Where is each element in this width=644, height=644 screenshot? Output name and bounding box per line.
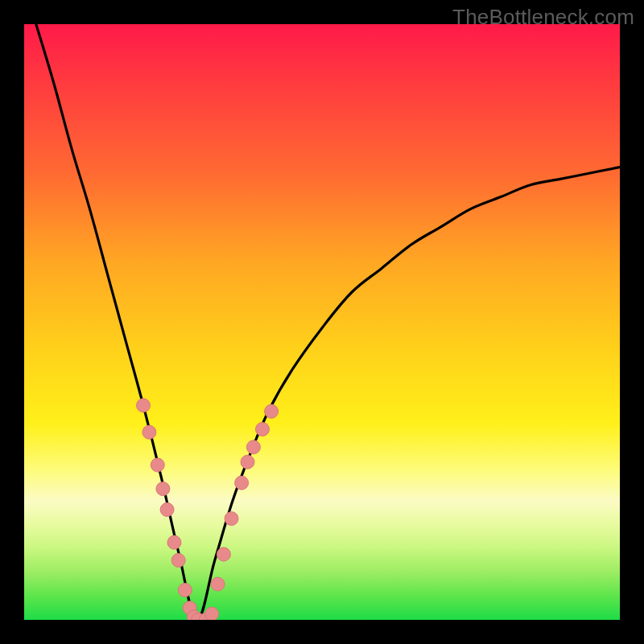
curve-marker [235,476,249,489]
curve-marker [225,512,238,526]
chart-svg [24,24,620,620]
bottleneck-curve [36,24,620,620]
curve-marker [142,425,156,439]
curve-marker [246,440,260,454]
curve-marker [178,584,192,597]
watermark-text: TheBottleneck.com [452,5,634,30]
curve-marker [265,405,279,419]
curve-marker [167,535,181,549]
chart-frame: TheBottleneck.com [0,0,644,644]
curve-marker [160,503,174,517]
curve-marker [171,554,185,568]
curve-marker [156,482,170,496]
curve-marker [256,423,270,436]
curve-marker [151,458,164,472]
curve-marker [205,607,219,620]
curve-marker [241,455,254,469]
curve-marker [211,577,225,591]
curve-marker [137,398,151,412]
curve-marker [217,547,230,561]
